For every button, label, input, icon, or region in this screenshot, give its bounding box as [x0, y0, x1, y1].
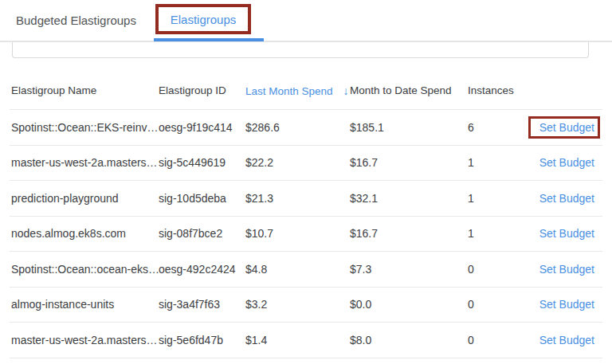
- table-row: nodes.almog.ek8s.com sig-08f7bce2 $10.7 …: [10, 217, 602, 252]
- table-row: Spotinst::Ocean::EKS-reinv… oesg-9f19c41…: [10, 110, 602, 146]
- table-row: master-us-west-2a.masters… sig-5e6fd47b …: [10, 323, 602, 358]
- last-month-spend: $1.4: [245, 334, 350, 346]
- set-budget-link[interactable]: Set Budget: [539, 156, 594, 169]
- tab-elastigroups[interactable]: Elastigroups: [171, 13, 237, 26]
- elastigroup-id: sig-3a4f7f63: [159, 298, 245, 311]
- last-month-spend: $4.8: [245, 263, 350, 276]
- set-budget-link[interactable]: Set Budget: [539, 334, 594, 346]
- elastigroup-name: master-us-west-2a.masters…: [10, 156, 159, 169]
- elastigroup-id: sig-5e6fd47b: [159, 334, 245, 346]
- set-budget-link[interactable]: Set Budget: [539, 121, 594, 134]
- annotation-box-elastigroups-tab: Elastigroups: [155, 4, 251, 34]
- column-header-last-month-spend[interactable]: Last Month Spend↓: [245, 84, 350, 97]
- month-to-date-spend: $185.1: [350, 121, 468, 134]
- last-month-spend: $3.2: [245, 298, 350, 311]
- sort-descending-icon: ↓: [343, 84, 349, 97]
- annotation-box-set-budget: Set Budget: [528, 116, 600, 139]
- elastigroup-id: sig-10d5deba: [159, 192, 245, 205]
- active-tab-underline: [154, 38, 264, 41]
- tab-budgeted-elastigroups[interactable]: Budgeted Elastigroups: [16, 14, 136, 27]
- month-to-date-spend: $32.1: [350, 192, 468, 205]
- instances-count: 0: [468, 334, 528, 346]
- last-month-spend: $10.7: [245, 227, 350, 240]
- month-to-date-spend: $8.0: [350, 334, 468, 346]
- last-month-spend: $286.6: [245, 121, 350, 134]
- set-budget-link[interactable]: Set Budget: [539, 227, 594, 240]
- elastigroup-name: nodes.almog.ek8s.com: [10, 227, 159, 240]
- elastigroup-name: Spotinst::Ocean::EKS-reinv…: [10, 121, 159, 134]
- month-to-date-spend: $16.7: [350, 156, 468, 169]
- sorted-column-label: Last Month Spend: [245, 85, 333, 97]
- instances-count: 1: [468, 192, 528, 205]
- instances-count: 0: [468, 263, 528, 276]
- elastigroup-id: oesg-492c2424: [159, 263, 245, 276]
- table-header-row: Elastigroup Name Elastigroup ID Last Mon…: [10, 72, 602, 110]
- tab-bar: Budgeted Elastigroups Elastigroups: [0, 0, 612, 42]
- month-to-date-spend: $16.7: [350, 227, 468, 240]
- last-month-spend: $21.3: [245, 192, 350, 205]
- elastigroup-id: sig-08f7bce2: [159, 227, 245, 240]
- instances-count: 1: [468, 227, 528, 240]
- table-row: Spotinst::Ocean::ocean-eks… oesg-492c242…: [10, 252, 602, 288]
- elastigroups-table: Elastigroup Name Elastigroup ID Last Mon…: [10, 72, 602, 358]
- last-month-spend: $22.2: [245, 156, 350, 169]
- table-row: prediction-playground sig-10d5deba $21.3…: [10, 181, 602, 217]
- instances-count: 1: [468, 156, 528, 169]
- elastigroup-name: master-us-west-2a.masters…: [10, 334, 159, 346]
- month-to-date-spend: $0.0: [350, 298, 468, 311]
- elastigroup-id: oesg-9f19c414: [159, 121, 245, 134]
- filter-bar[interactable]: [12, 42, 589, 58]
- instances-count: 0: [468, 298, 528, 311]
- column-header-month-to-date-spend[interactable]: Month to Date Spend: [350, 84, 468, 96]
- column-header-elastigroup-name[interactable]: Elastigroup Name: [10, 84, 159, 96]
- elastigroups-budget-panel: Budgeted Elastigroups Elastigroups Elast…: [0, 0, 612, 364]
- set-budget-link[interactable]: Set Budget: [539, 263, 594, 276]
- instances-count: 6: [468, 121, 528, 134]
- tab-bar-divider: [0, 41, 612, 42]
- set-budget-link[interactable]: Set Budget: [539, 298, 594, 311]
- month-to-date-spend: $7.3: [350, 263, 468, 276]
- elastigroup-name: Spotinst::Ocean::ocean-eks…: [10, 263, 159, 276]
- column-header-instances[interactable]: Instances: [468, 84, 528, 96]
- elastigroup-name: almog-instance-units: [10, 298, 159, 311]
- elastigroup-name: prediction-playground: [10, 192, 159, 205]
- set-budget-link[interactable]: Set Budget: [539, 192, 594, 205]
- elastigroup-id: sig-5c449619: [159, 156, 245, 169]
- table-row: almog-instance-units sig-3a4f7f63 $3.2 $…: [10, 288, 602, 323]
- table-row: master-us-west-2a.masters… sig-5c449619 …: [10, 146, 602, 182]
- column-header-elastigroup-id[interactable]: Elastigroup ID: [159, 84, 245, 96]
